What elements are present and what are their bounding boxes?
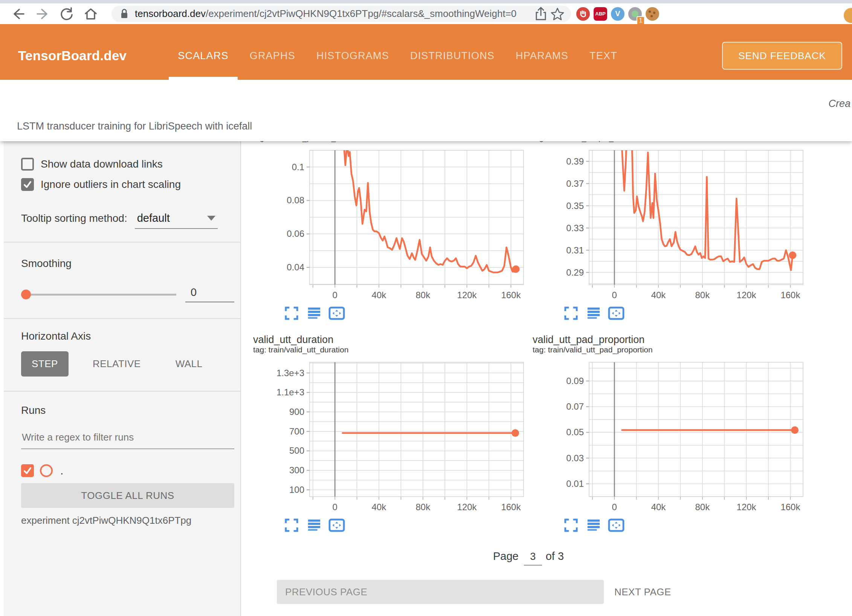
svg-text:120k: 120k: [457, 290, 477, 300]
page-number-input[interactable]: [524, 551, 542, 566]
svg-text:120k: 120k: [737, 290, 757, 300]
svg-text:120k: 120k: [457, 502, 477, 512]
run-filter-input[interactable]: [21, 432, 234, 449]
extension-badge: 1: [637, 16, 645, 25]
tab-hparams[interactable]: HPARAMS: [507, 32, 577, 80]
chart-title: valid_utt_pad_proportion: [533, 334, 804, 345]
send-feedback-button[interactable]: SEND FEEDBACK: [722, 42, 842, 70]
svg-text:0.08: 0.08: [287, 195, 304, 205]
fit-domain-icon[interactable]: [608, 305, 624, 322]
svg-text:700: 700: [289, 426, 304, 436]
svg-text:160k: 160k: [501, 290, 521, 300]
fullscreen-icon[interactable]: [563, 517, 579, 534]
svg-text:80k: 80k: [695, 502, 710, 512]
log-scale-lines-icon[interactable]: [585, 517, 602, 534]
log-scale-lines-icon[interactable]: [585, 305, 602, 322]
line-chart[interactable]: 0.040.060.080.1040k80k120k160k: [253, 143, 524, 301]
cookie-extension-icon[interactable]: [646, 7, 659, 21]
fit-domain-icon[interactable]: [328, 305, 345, 322]
charts-panel: valid_pruned_loss tag: train/valid_prune…: [241, 141, 852, 616]
gray-extension-icon[interactable]: 1: [628, 7, 642, 21]
page-total-label: of 3: [546, 550, 564, 563]
home-icon[interactable]: [82, 6, 99, 22]
abp-extension-icon[interactable]: ABP: [594, 7, 607, 21]
svg-text:40k: 40k: [372, 502, 387, 512]
back-icon[interactable]: [10, 6, 27, 22]
previous-page-button[interactable]: PREVIOUS PAGE: [277, 580, 604, 604]
experiment-id-label: experiment cj2vtPiwQHKN9Q1tx6PTpg: [21, 515, 234, 526]
svg-text:0: 0: [612, 290, 617, 300]
svg-text:300: 300: [289, 465, 304, 475]
nav-tabs: SCALARS GRAPHS HISTOGRAMS DISTRIBUTIONS …: [169, 32, 626, 80]
tab-histograms[interactable]: HISTOGRAMS: [307, 32, 398, 80]
chart-tag: tag: train/valid_utt_duration: [253, 345, 524, 355]
tooltip-sorting-label: Tooltip sorting method:: [21, 212, 127, 224]
page-label: Page: [493, 550, 519, 563]
svg-text:0.01: 0.01: [566, 479, 584, 489]
smoothing-label: Smoothing: [21, 258, 234, 270]
svg-text:160k: 160k: [501, 502, 521, 512]
experiment-description: LSTM transducer training for LibriSpeech…: [17, 120, 252, 132]
svg-text:500: 500: [289, 445, 304, 456]
svg-text:0.33: 0.33: [566, 223, 584, 233]
run-name: .: [60, 464, 63, 477]
run-checkbox-checked-icon[interactable]: [21, 464, 34, 477]
brand-logo[interactable]: TensorBoard.dev: [18, 48, 127, 63]
svg-text:160k: 160k: [780, 502, 800, 512]
axis-wall-button[interactable]: WALL: [165, 351, 213, 377]
tab-text[interactable]: TEXT: [580, 32, 626, 80]
chart-card-valid-simple-loss: valid_simple_loss tag: train/valid_simpl…: [533, 141, 804, 322]
share-icon[interactable]: [533, 6, 549, 21]
runs-label: Runs: [21, 404, 234, 416]
adblock-hand-extension-icon[interactable]: [576, 7, 590, 21]
smoothing-value-input[interactable]: [185, 286, 234, 302]
next-page-button[interactable]: NEXT PAGE: [614, 586, 671, 598]
line-chart[interactable]: 0.010.030.050.070.09040k80k120k160k: [533, 355, 804, 513]
svg-text:160k: 160k: [780, 290, 800, 300]
fit-domain-icon[interactable]: [328, 517, 345, 534]
forward-icon[interactable]: [34, 6, 51, 22]
svg-text:0.03: 0.03: [566, 453, 584, 463]
created-text: Crea: [828, 98, 850, 110]
slider-track: [26, 294, 176, 296]
fullscreen-icon[interactable]: [283, 517, 300, 534]
svg-text:0: 0: [333, 502, 337, 512]
tab-distributions[interactable]: DISTRIBUTIONS: [401, 32, 504, 80]
ignore-outliers-checkbox[interactable]: Ignore outliers in chart scaling: [21, 178, 234, 191]
fullscreen-icon[interactable]: [283, 305, 300, 322]
svg-text:0.07: 0.07: [566, 401, 584, 412]
toggle-all-runs-button[interactable]: TOGGLE ALL RUNS: [21, 483, 234, 508]
svg-text:0.35: 0.35: [566, 201, 584, 211]
fit-domain-icon[interactable]: [608, 517, 624, 534]
reload-icon[interactable]: [58, 6, 75, 22]
smoothing-slider[interactable]: [21, 289, 176, 300]
fullscreen-icon[interactable]: [563, 305, 579, 322]
svg-text:80k: 80k: [695, 290, 710, 300]
line-chart[interactable]: 0.290.310.330.350.370.39040k80k120k160k: [533, 143, 804, 301]
tab-graphs[interactable]: GRAPHS: [241, 32, 304, 80]
slider-thumb[interactable]: [21, 290, 31, 299]
log-scale-lines-icon[interactable]: [306, 305, 322, 322]
tooltip-sorting-select[interactable]: default: [135, 212, 218, 229]
blue-v-extension-icon[interactable]: V: [611, 7, 624, 21]
svg-text:0.29: 0.29: [566, 267, 584, 278]
chart-title: valid_utt_duration: [253, 334, 524, 345]
show-download-links-checkbox[interactable]: Show data download links: [21, 158, 234, 171]
bookmark-star-icon[interactable]: [549, 6, 566, 21]
axis-step-button[interactable]: STEP: [21, 351, 69, 377]
chart-card-valid-utt-duration: valid_utt_duration tag: train/valid_utt_…: [253, 334, 524, 534]
svg-text:100: 100: [289, 485, 304, 495]
window-title-strip: [0, 0, 852, 3]
tab-scalars[interactable]: SCALARS: [169, 32, 237, 80]
svg-text:1.1e+3: 1.1e+3: [276, 387, 304, 397]
url-text: tensorboard.dev/experiment/cj2vtPiwQHKN9…: [135, 8, 533, 20]
svg-text:0.39: 0.39: [566, 156, 584, 166]
log-scale-lines-icon[interactable]: [306, 517, 322, 534]
svg-text:40k: 40k: [651, 290, 666, 300]
line-chart[interactable]: 1003005007009001.1e+31.3e+3040k80k120k16…: [253, 355, 524, 513]
svg-text:40k: 40k: [651, 502, 666, 512]
axis-relative-button[interactable]: RELATIVE: [82, 351, 151, 377]
url-bar[interactable]: tensorboard.dev/experiment/cj2vtPiwQHKN9…: [111, 6, 571, 22]
svg-text:0.1: 0.1: [292, 162, 304, 172]
profile-avatar[interactable]: [844, 8, 852, 23]
